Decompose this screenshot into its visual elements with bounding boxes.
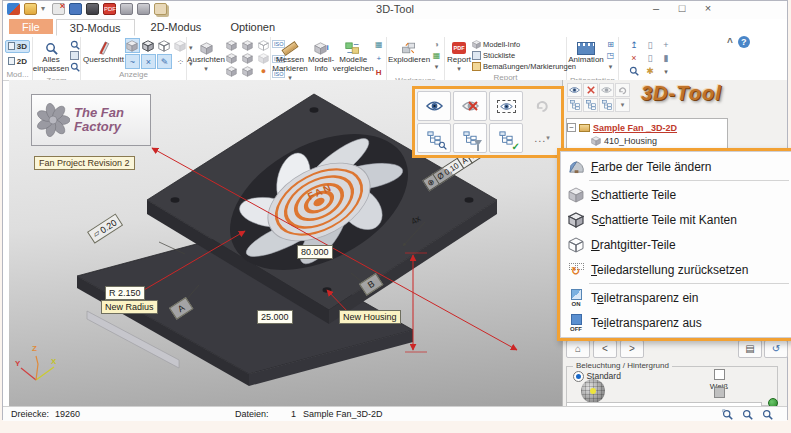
fit-all-button[interactable]: Alles einpassen — [35, 38, 67, 75]
lighting-sphere-preview[interactable] — [581, 379, 605, 403]
presentation-dropdown-icon[interactable] — [604, 62, 617, 73]
tree-collapse-icon[interactable] — [567, 123, 576, 132]
mini-filter-tree-button[interactable] — [583, 98, 598, 112]
points-toggle[interactable]: ⁘ — [173, 54, 188, 69]
view-bottom-icon[interactable] — [240, 66, 255, 78]
tree-row-housing[interactable]: 410_Housing — [567, 134, 727, 147]
zoom-window-small-icon[interactable] — [68, 51, 81, 62]
zoom-in-small-icon[interactable] — [68, 40, 81, 51]
view-sphere-icon[interactable]: ● — [256, 66, 271, 78]
report-button[interactable]: PDF Report — [447, 38, 471, 72]
copy-icon[interactable] — [154, 3, 167, 15]
tree-dropdown-icon[interactable] — [659, 66, 674, 78]
report-bom-item[interactable]: Stückliste — [472, 51, 576, 60]
select-in-tree-button[interactable] — [417, 123, 451, 153]
mini-more-button[interactable] — [615, 98, 630, 112]
show-part-icon[interactable]: ↥ — [627, 40, 642, 52]
print-icon[interactable] — [137, 3, 150, 15]
tab-file[interactable]: File — [9, 19, 53, 34]
tools-dropdown-icon[interactable] — [430, 62, 443, 73]
envelope-icon[interactable]: ▦ — [372, 40, 385, 51]
highlight-icon[interactable]: H — [372, 68, 385, 79]
default-view-button[interactable]: ⌂ — [566, 340, 590, 358]
fullscreen-icon[interactable]: ⊞ — [604, 40, 617, 51]
view-right-icon[interactable] — [240, 53, 255, 65]
minimize-button[interactable]: – — [643, 1, 669, 17]
mini-undo-button[interactable] — [615, 83, 630, 97]
menu-item-transparency-off[interactable]: OFF Teiletransparenz aus — [561, 310, 791, 335]
walkthrough-icon[interactable]: ◳ — [604, 51, 617, 62]
view-free-icon[interactable] — [256, 53, 271, 65]
normal-background-checkbox[interactable] — [714, 387, 725, 398]
shadow-icon[interactable]: ◑ — [430, 40, 443, 51]
close-file-icon[interactable] — [52, 3, 65, 15]
tree-label-housing[interactable]: 410_Housing — [604, 136, 657, 146]
hide-parts-button[interactable] — [453, 91, 487, 121]
tree-label-root[interactable]: Sample Fan _3D-2D — [593, 123, 677, 133]
view-rotate-icon[interactable] — [256, 40, 271, 52]
mini-select-tree-button[interactable] — [567, 98, 582, 112]
mode-3d-button[interactable]: 3D — [5, 40, 30, 53]
compare-add-icon[interactable]: + — [372, 54, 385, 65]
restore-view-button[interactable]: ↺ — [764, 340, 788, 358]
mini-show-parts-button[interactable] — [567, 83, 582, 97]
annotation-toggle[interactable]: ✎ — [157, 54, 172, 69]
tree-row-root[interactable]: Sample Fan _3D-2D — [567, 121, 727, 134]
view-left-icon[interactable] — [224, 53, 239, 65]
move-part-icon[interactable]: + — [659, 40, 674, 52]
section-button[interactable]: Querschnitt — [83, 38, 124, 69]
curves-toggle[interactable]: ~ — [125, 54, 140, 69]
snapshot-icon[interactable] — [86, 3, 99, 15]
mini-hide-parts-button[interactable] — [583, 83, 598, 97]
transparent-toggle[interactable] — [173, 38, 188, 53]
pdf-export-icon[interactable]: PDF — [103, 3, 116, 15]
report-model-info-item[interactable]: Modell-Info — [472, 40, 576, 49]
menu-item-transparency-on[interactable]: ON Teiletransparenz ein — [561, 285, 791, 310]
mini-show-selected-button[interactable] — [599, 83, 614, 97]
standard-radio[interactable] — [573, 371, 584, 382]
model-info-button[interactable]: i Modell-Info — [308, 38, 334, 81]
previous-view-button[interactable]: < — [593, 340, 617, 358]
help-button[interactable]: ? — [738, 36, 750, 48]
zoom-window-icon[interactable] — [722, 409, 733, 420]
view-top-icon[interactable] — [224, 66, 239, 78]
hide-part-icon[interactable]: × — [627, 53, 642, 65]
part-props-icon[interactable]: ▯ — [643, 53, 658, 65]
save-view-button[interactable]: ▤ — [738, 340, 762, 358]
next-view-button[interactable]: > — [620, 340, 644, 358]
shaded-edges-toggle[interactable] — [141, 38, 156, 53]
menu-item-shaded-parts[interactable]: Schattierte Teile — [561, 182, 791, 207]
undo-visibility-button[interactable] — [525, 91, 559, 121]
delete-part-icon[interactable]: ▮ — [659, 53, 674, 65]
axes-toggle[interactable]: × — [141, 54, 156, 69]
print-preview-icon[interactable] — [120, 3, 133, 15]
tab-optionen[interactable]: Optionen — [217, 19, 288, 34]
report-dimensions-item[interactable]: Bemaßungen/Markierungen — [472, 62, 576, 71]
show-selected-only-button[interactable] — [489, 91, 523, 121]
part-list-icon[interactable]: ▯ — [643, 40, 658, 52]
maximize-button[interactable]: □ — [669, 1, 695, 17]
open-file-icon[interactable] — [24, 3, 37, 15]
find-part-icon[interactable] — [627, 66, 642, 78]
show-parts-button[interactable] — [417, 91, 451, 121]
tab-2d-modus[interactable]: 2D-Modus — [138, 19, 215, 34]
white-background-checkbox[interactable] — [714, 369, 725, 380]
tree-settings-icon[interactable]: ✱ — [643, 66, 658, 78]
measure-mark-button[interactable]: Messen Markieren — [273, 38, 307, 81]
mini-apply-selection-button[interactable] — [599, 98, 614, 112]
menu-item-change-color[interactable]: Farbe der Teile ändern — [561, 154, 791, 179]
explode-button[interactable]: Explodieren — [389, 38, 429, 75]
wireframe-toggle[interactable] — [157, 38, 172, 53]
collapse-ribbon-button[interactable]: ^ — [727, 37, 733, 48]
save-icon[interactable] — [69, 3, 82, 15]
tab-3d-modus[interactable]: 3D-Modus — [56, 19, 135, 36]
filter-tree-button[interactable] — [453, 123, 487, 153]
zoom-out-small-icon[interactable] — [68, 62, 81, 73]
compare-models-button[interactable]: Modelle vergleichen — [335, 38, 371, 81]
more-options-button[interactable]: ... — [525, 123, 559, 153]
close-button[interactable]: × — [695, 1, 721, 17]
zoom-out-icon[interactable] — [762, 409, 773, 420]
view-front-icon[interactable] — [224, 40, 239, 52]
mode-2d-button[interactable]: 2D — [5, 55, 30, 68]
menu-item-wireframe[interactable]: Drahtgitter-Teile — [561, 232, 791, 257]
